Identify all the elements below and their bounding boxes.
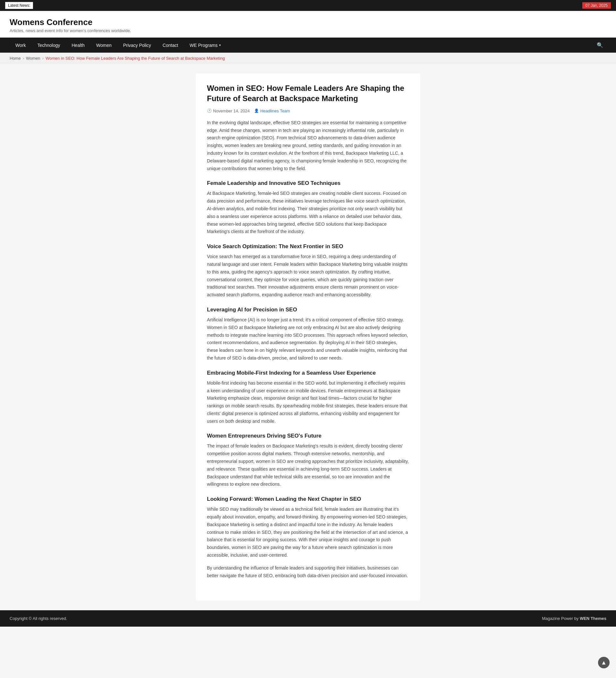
nav-item-women[interactable]: Women <box>90 38 117 52</box>
article-intro: In the evolving digital landscape, effec… <box>207 119 409 173</box>
nav-item-health[interactable]: Health <box>66 38 90 52</box>
breadcrumb-current: Women in SEO: How Female Leaders Are Sha… <box>46 56 225 61</box>
breadcrumb-home[interactable]: Home <box>10 56 21 61</box>
nav-item-technology[interactable]: Technology <box>32 38 66 52</box>
site-title: Womens Conference <box>10 17 606 27</box>
breadcrumb-sep-2: › <box>42 56 44 61</box>
nav-bar: Work Technology Health Women Privacy Pol… <box>0 38 616 53</box>
top-bar: Latest News: 07 Jan, 2025 <box>0 0 616 11</box>
section-body-6b: By understanding the influence of female… <box>207 564 409 580</box>
nav-item-we-programs[interactable]: WE Programs ▾ <box>184 38 227 52</box>
date-badge: 07 Jan, 2025 <box>582 2 611 9</box>
nav-item-contact[interactable]: Contact <box>157 38 184 52</box>
site-header: Womens Conference Articles, news and eve… <box>0 11 616 38</box>
site-tagline: Articles, news and event info for women'… <box>10 28 606 33</box>
latest-news-badge: Latest News: <box>5 2 33 9</box>
section-body-6a: While SEO may traditionally be viewed as… <box>207 505 409 559</box>
breadcrumb-sep-1: › <box>23 56 24 61</box>
chevron-down-icon: ▾ <box>219 43 221 47</box>
breadcrumb: Home › Women › Women in SEO: How Female … <box>0 53 616 64</box>
section-heading-4: Embracing Mobile-First Indexing for a Se… <box>207 370 409 376</box>
section-heading-3: Leveraging AI for Precision in SEO <box>207 307 409 313</box>
author-link[interactable]: Headlines Team <box>260 109 290 113</box>
article-meta: 🕐 November 14, 2024 👤 Headlines Team <box>207 109 409 113</box>
author-icon: 👤 <box>254 109 259 113</box>
nav-item-privacy-policy[interactable]: Privacy Policy <box>117 38 157 52</box>
article-body: In the evolving digital landscape, effec… <box>207 119 409 580</box>
section-body-1: At Backspace Marketing, female-led SEO s… <box>207 190 409 236</box>
footer-theme-name: WEN Themes <box>580 616 606 621</box>
search-icon[interactable]: 🔍 <box>593 38 606 53</box>
article-date: 🕐 November 14, 2024 <box>207 109 250 113</box>
article-container: Women in SEO: How Female Leaders Are Sha… <box>196 74 420 601</box>
section-body-4: Mobile-first indexing has become essenti… <box>207 379 409 425</box>
breadcrumb-women[interactable]: Women <box>26 56 40 61</box>
section-heading-1: Female Leadership and Innovative SEO Tec… <box>207 180 409 187</box>
footer-powered-by: Magazine Power by WEN Themes <box>542 616 606 621</box>
article-title: Women in SEO: How Female Leaders Are Sha… <box>207 83 409 104</box>
clock-icon: 🕐 <box>207 109 212 113</box>
article-author: 👤 Headlines Team <box>254 109 290 113</box>
section-body-5: The impact of female leaders on Backspac… <box>207 442 409 488</box>
nav-item-work[interactable]: Work <box>10 38 32 52</box>
footer: Copyright © All rights reserved. Magazin… <box>0 610 616 627</box>
section-heading-2: Voice Search Optimization: The Next Fron… <box>207 243 409 250</box>
section-body-2: Voice search has emerged as a transforma… <box>207 253 409 299</box>
section-heading-5: Women Entrepreneurs Driving SEO's Future <box>207 433 409 439</box>
footer-copyright: Copyright © All rights reserved. <box>10 616 67 621</box>
section-heading-6: Looking Forward: Women Leading the Next … <box>207 496 409 502</box>
section-body-3: Artificial Intelligence (AI) is no longe… <box>207 316 409 362</box>
